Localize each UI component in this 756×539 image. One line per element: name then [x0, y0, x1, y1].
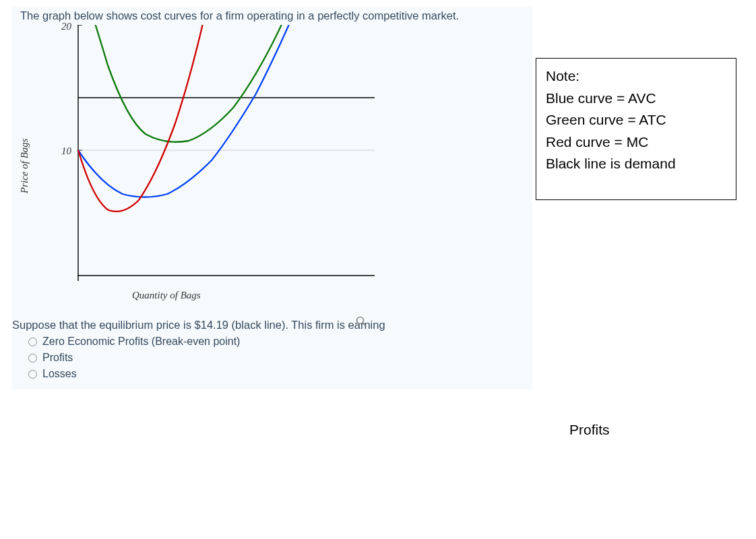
cost-curves-chart: Price of Bags 20 10 Quantity	[24, 25, 532, 315]
radio-icon[interactable]	[28, 338, 37, 346]
sub-prompt: Suppose that the equilibrium price is $1…	[12, 319, 532, 331]
answer-text: Profits	[569, 422, 610, 438]
y-tick-10: 10	[51, 146, 71, 157]
option-profits[interactable]: Profits	[28, 352, 532, 364]
x-axis-label: Quantity of Bags	[132, 290, 201, 301]
atc-curve	[82, 25, 307, 142]
chart-svg	[24, 25, 375, 305]
svg-rect-7	[24, 25, 77, 305]
radio-icon[interactable]	[28, 370, 37, 379]
mc-curve	[78, 25, 212, 212]
option-losses[interactable]: Losses	[28, 368, 532, 380]
magnify-icon[interactable]	[356, 316, 367, 327]
note-line-mc: Red curve = MC	[546, 131, 726, 154]
y-tick-20: 20	[51, 21, 71, 32]
question-panel: The graph below shows cost curves for a …	[12, 7, 532, 389]
svg-line-9	[363, 323, 367, 327]
note-heading: Note:	[546, 65, 726, 88]
option-label: Profits	[42, 352, 73, 364]
y-axis-label: Price of Bags	[19, 138, 30, 193]
note-line-demand: Black line is demand	[546, 153, 726, 175]
legend-note-box: Note: Blue curve = AVC Green curve = ATC…	[536, 58, 736, 200]
option-label: Zero Economic Profits (Break-even point)	[42, 336, 240, 348]
option-zero-profits[interactable]: Zero Economic Profits (Break-even point)	[28, 336, 532, 348]
question-prompt: The graph below shows cost curves for a …	[20, 9, 532, 22]
radio-icon[interactable]	[28, 354, 37, 362]
answer-options: Zero Economic Profits (Break-even point)…	[28, 336, 532, 380]
option-label: Losses	[42, 368, 77, 380]
note-line-avc: Blue curve = AVC	[546, 88, 726, 110]
note-line-atc: Green curve = ATC	[546, 109, 726, 131]
avc-curve	[78, 25, 301, 197]
